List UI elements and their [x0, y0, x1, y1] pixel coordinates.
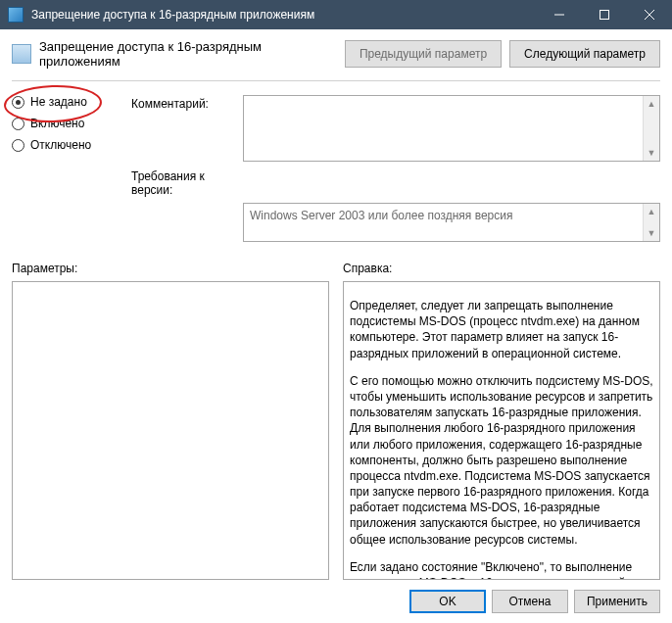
help-paragraph: С его помощью можно отключить подсистему… [350, 373, 653, 548]
comment-textarea[interactable]: ▲▼ [243, 95, 660, 162]
params-label: Параметры: [12, 262, 329, 275]
requirement-box: Windows Server 2003 или более поздняя ве… [243, 203, 660, 242]
requirement-value: Windows Server 2003 или более поздняя ве… [250, 209, 512, 222]
help-label: Справка: [343, 262, 660, 275]
help-paragraph: Определяет, следует ли запрещать выполне… [350, 298, 653, 361]
scrollbar[interactable]: ▲▼ [643, 204, 659, 241]
minimize-button[interactable] [537, 0, 582, 29]
app-icon [8, 7, 24, 23]
apply-button[interactable]: Применить [574, 590, 660, 613]
radio-label: Отключено [30, 138, 91, 152]
help-box[interactable]: Определяет, следует ли запрещать выполне… [343, 281, 660, 580]
radio-icon [12, 139, 24, 152]
requirement-label: Требования к версии: [131, 168, 239, 197]
window-title: Запрещение доступа к 16-разрядным прилож… [31, 8, 537, 22]
svg-rect-1 [600, 11, 609, 20]
prev-setting-button[interactable]: Предыдущий параметр [345, 40, 502, 68]
next-setting-button[interactable]: Следующий параметр [509, 40, 660, 68]
ok-button[interactable]: OK [409, 590, 486, 613]
radio-disabled[interactable]: Отключено [12, 138, 127, 152]
divider [12, 80, 660, 81]
scrollbar[interactable]: ▲▼ [643, 96, 659, 161]
params-box [12, 281, 329, 580]
page-title: Запрещение доступа к 16-разрядным прилож… [39, 39, 337, 69]
titlebar: Запрещение доступа к 16-разрядным прилож… [0, 0, 672, 29]
maximize-button[interactable] [582, 0, 627, 29]
comment-label: Комментарий: [131, 95, 239, 111]
close-button[interactable] [627, 0, 672, 29]
help-paragraph: Если задано состояние "Включено", то вып… [350, 559, 653, 580]
policy-icon [12, 44, 31, 64]
cancel-button[interactable]: Отмена [492, 590, 568, 613]
